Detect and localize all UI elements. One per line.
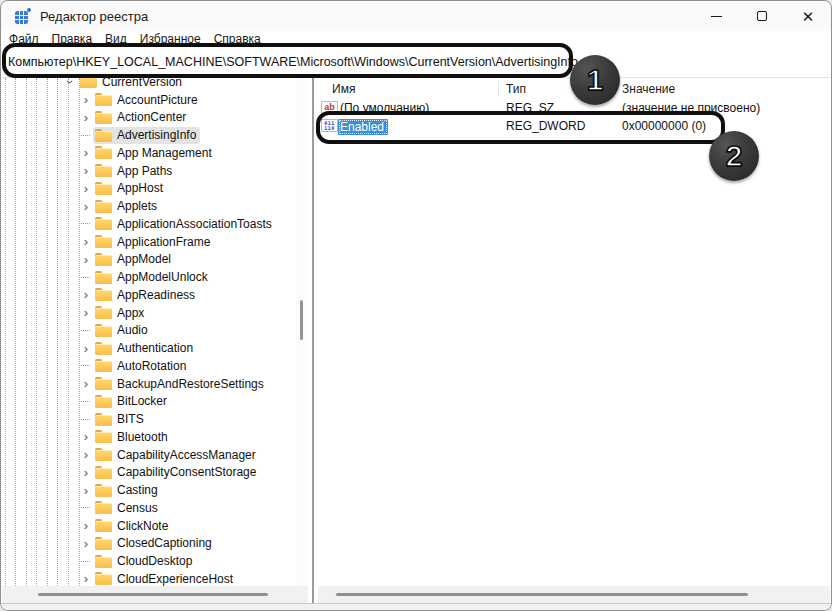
folder-icon (95, 537, 112, 550)
chevron-icon[interactable]: › (79, 252, 93, 266)
tree-item[interactable]: › CurrentVersion (2, 78, 296, 91)
tree-item[interactable]: › App Paths (2, 162, 296, 180)
tree-item[interactable]: AutoRotation (2, 357, 296, 375)
close-icon: ✕ (802, 9, 815, 24)
tree-item[interactable]: › ActionCenter (2, 109, 296, 127)
tree-item[interactable]: › App Management (2, 144, 296, 162)
value-row[interactable]: 011110 Enabled REG_DWORD 0x00000000 (0) (318, 117, 830, 135)
chevron-icon[interactable] (81, 330, 90, 331)
tree-item[interactable]: AdvertisingInfo (2, 126, 296, 144)
tree-item[interactable]: › ClosedCaptioning (2, 535, 296, 553)
chevron-icon[interactable]: › (79, 235, 93, 249)
maximize-button[interactable] (739, 1, 785, 31)
tree-item[interactable]: › CapabilityAccessManager (2, 446, 296, 464)
registry-app-icon (15, 8, 31, 24)
chevron-icon[interactable] (81, 365, 90, 366)
tree-item-label: ActionCenter (117, 110, 186, 124)
tree-vertical-scrollbar-thumb[interactable] (300, 300, 303, 340)
minimize-button[interactable] (693, 1, 739, 31)
chevron-icon[interactable]: › (79, 146, 93, 160)
folder-icon (95, 413, 112, 426)
chevron-icon[interactable]: › (79, 110, 93, 124)
tree-item[interactable]: CloudDesktop (2, 552, 296, 570)
folder-icon (95, 93, 112, 106)
string-value-icon: ab (321, 101, 338, 114)
chevron-icon[interactable]: › (79, 377, 93, 391)
chevron-icon[interactable] (81, 135, 90, 136)
menu-item-0[interactable]: Файл (9, 32, 39, 46)
folder-icon (95, 306, 112, 319)
tree-item-label: CapabilityAccessManager (117, 448, 256, 462)
tree-item[interactable]: › ApplicationFrame (2, 233, 296, 251)
tree-item[interactable]: › CapabilityConsentStorage (2, 464, 296, 482)
value-name[interactable]: (По умолчанию) (340, 101, 429, 115)
chevron-icon[interactable]: › (79, 199, 93, 213)
chevron-icon[interactable] (81, 401, 90, 402)
tree-horizontal-scrollbar[interactable] (2, 586, 308, 603)
column-header-type[interactable]: Тип (506, 82, 526, 96)
folder-icon (95, 182, 112, 195)
folder-icon (95, 430, 112, 443)
tree-item[interactable]: › AppModel (2, 251, 296, 269)
chevron-icon[interactable]: › (79, 306, 93, 320)
minimize-icon (711, 16, 722, 17)
address-bar[interactable]: Компьютер\HKEY_LOCAL_MACHINE\SOFTWARE\Mi… (1, 47, 831, 77)
tree-item[interactable]: › Applets (2, 197, 296, 215)
chevron-icon[interactable]: › (79, 572, 93, 586)
tree-item[interactable]: Audio (2, 322, 296, 340)
tree-item-label: AppModelUnlock (117, 270, 208, 284)
menu-item-3[interactable]: Избранное (140, 32, 201, 46)
chevron-icon[interactable] (81, 419, 90, 420)
tree-item-label: AppHost (117, 181, 163, 195)
chevron-icon[interactable] (81, 507, 90, 508)
folder-icon (95, 324, 112, 337)
chevron-icon[interactable]: › (79, 448, 93, 462)
tree-item[interactable]: › AppReadiness (2, 286, 296, 304)
tree-item-label: AdvertisingInfo (117, 128, 196, 142)
tree-item[interactable]: › BackupAndRestoreSettings (2, 375, 296, 393)
tree-item[interactable]: › Authentication (2, 339, 296, 357)
close-button[interactable]: ✕ (785, 1, 831, 31)
column-header-name[interactable]: Имя (332, 82, 355, 96)
tree-item[interactable]: › ClickNote (2, 517, 296, 535)
panel-splitter[interactable] (308, 78, 318, 603)
chevron-icon[interactable]: › (79, 341, 93, 355)
tree-item[interactable]: › AppHost (2, 180, 296, 198)
chevron-icon[interactable]: › (79, 288, 93, 302)
chevron-icon[interactable]: › (79, 93, 93, 107)
chevron-icon[interactable]: › (79, 164, 93, 178)
chevron-icon[interactable]: › (79, 181, 93, 195)
values-horizontal-scrollbar[interactable] (318, 586, 830, 603)
tree-item-label: CurrentVersion (102, 78, 182, 89)
chevron-icon[interactable] (81, 223, 90, 224)
tree-item[interactable]: ApplicationAssociationToasts (2, 215, 296, 233)
chevron-icon[interactable]: › (79, 536, 93, 550)
values-horizontal-scrollbar-thumb[interactable] (336, 593, 748, 596)
tree-item[interactable]: › AccountPicture (2, 91, 296, 109)
tree-item[interactable]: AppModelUnlock (2, 268, 296, 286)
tree-vertical-scrollbar[interactable] (296, 78, 308, 586)
chevron-icon[interactable]: › (79, 519, 93, 533)
chevron-icon[interactable]: › (79, 483, 93, 497)
menu-item-4[interactable]: Справка (214, 32, 261, 46)
title-bar: Редактор реестра ✕ (1, 1, 831, 31)
chevron-icon[interactable]: › (79, 430, 93, 444)
tree-horizontal-scrollbar-thumb[interactable] (38, 593, 268, 596)
tree-item-label: BITS (117, 412, 144, 426)
tree-item[interactable]: BitLocker (2, 393, 296, 411)
menu-item-1[interactable]: Правка (52, 32, 93, 46)
menu-item-2[interactable]: Вид (105, 32, 127, 46)
chevron-icon[interactable]: › (64, 78, 78, 89)
tree-item[interactable]: Census (2, 499, 296, 517)
value-row[interactable]: ab (По умолчанию) REG_SZ (значение не пр… (318, 99, 830, 117)
tree-item[interactable]: › Casting (2, 481, 296, 499)
chevron-icon[interactable] (81, 277, 90, 278)
chevron-icon[interactable] (81, 561, 90, 562)
tree-item-label: Audio (117, 323, 148, 337)
value-name[interactable]: Enabled (340, 119, 388, 135)
tree-item[interactable]: BITS (2, 410, 296, 428)
tree-item[interactable]: › Appx (2, 304, 296, 322)
column-header-value[interactable]: Значение (622, 82, 675, 96)
chevron-icon[interactable]: › (79, 465, 93, 479)
tree-item[interactable]: › Bluetooth (2, 428, 296, 446)
